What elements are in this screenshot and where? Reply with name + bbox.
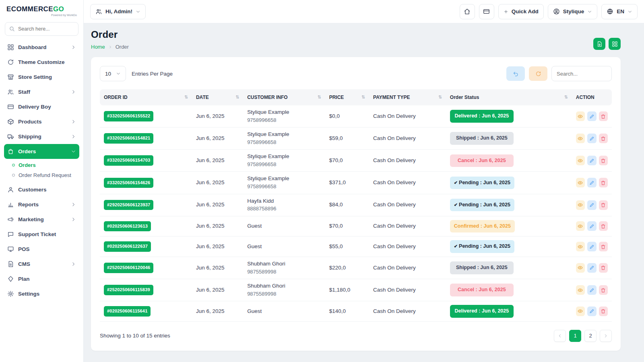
table-row: #2520250606120046Jun 6, 2025Shubham Ghor… xyxy=(100,257,612,279)
sidebar-item-pos[interactable]: POS xyxy=(4,242,79,257)
delete-button[interactable] xyxy=(599,221,608,231)
export-button[interactable] xyxy=(593,38,605,50)
sidebar-item-store-setting[interactable]: Store Setting xyxy=(4,70,79,84)
edit-button[interactable] xyxy=(587,221,596,231)
sidebar-subitem-orders[interactable]: Orders xyxy=(6,160,79,170)
delete-button[interactable] xyxy=(599,200,608,210)
column-header-action[interactable]: ACTION xyxy=(572,89,612,105)
view-button[interactable] xyxy=(576,263,585,273)
prev-page-button[interactable] xyxy=(554,330,566,342)
view-button[interactable] xyxy=(576,111,585,121)
search-input[interactable] xyxy=(5,22,78,36)
brand-logo[interactable]: ECOMMERCEGO Powered by WorkDo xyxy=(0,0,83,19)
pencil-icon xyxy=(589,202,594,208)
page-button-2[interactable]: 2 xyxy=(584,330,597,342)
quick-add-button[interactable]: Quick Add xyxy=(498,4,544,19)
refresh-button[interactable] xyxy=(529,66,547,81)
column-header-order-status[interactable]: Order Status⇅ xyxy=(446,89,572,105)
home-button[interactable] xyxy=(460,4,475,19)
payment-type: Cash On Delivery xyxy=(369,237,446,257)
order-id-badge[interactable]: #3320250606155522 xyxy=(104,111,153,121)
sidebar-item-theme-customize[interactable]: Theme Customize xyxy=(4,55,79,70)
view-button[interactable] xyxy=(576,285,585,295)
sidebar-item-cms[interactable]: CMS xyxy=(4,257,79,272)
edit-button[interactable] xyxy=(587,242,596,251)
reset-button[interactable] xyxy=(506,66,525,81)
sidebar-item-reports[interactable]: Reports xyxy=(4,197,79,212)
order-id-badge[interactable]: #3320250606154821 xyxy=(104,133,153,144)
edit-button[interactable] xyxy=(587,156,596,165)
sort-icon[interactable]: ⇅ xyxy=(235,95,239,100)
sort-icon[interactable]: ⇅ xyxy=(564,95,568,100)
view-button[interactable] xyxy=(576,156,585,165)
language-menu-button[interactable]: EN xyxy=(601,4,638,19)
sidebar-item-delivery-boy[interactable]: Delivery Boy xyxy=(4,99,79,114)
table-footer: Showing 1 to 10 of 15 entries 12 xyxy=(100,330,612,342)
edit-button[interactable] xyxy=(587,263,596,273)
delete-button[interactable] xyxy=(599,306,608,316)
view-button[interactable] xyxy=(576,200,585,210)
admin-menu-button[interactable]: Hi, Admin! xyxy=(90,4,146,19)
sidebar-item-shipping[interactable]: Shipping xyxy=(4,129,79,144)
next-page-button[interactable] xyxy=(600,330,612,342)
sort-icon[interactable]: ⇅ xyxy=(317,95,321,100)
breadcrumb-home-link[interactable]: Home xyxy=(91,44,105,50)
order-status-badge: ✔Pending : Jun 6, 2025 xyxy=(450,199,514,212)
delete-button[interactable] xyxy=(599,156,608,165)
sidebar-item-products[interactable]: Products xyxy=(4,114,79,129)
store-menu-button[interactable]: Stylique xyxy=(548,4,598,19)
order-id-badge[interactable]: #020250606115641 xyxy=(104,306,151,317)
check-icon: ✔ xyxy=(454,244,458,249)
edit-button[interactable] xyxy=(587,178,596,187)
delete-button[interactable] xyxy=(599,242,608,251)
column-header-order-id[interactable]: ORDER ID⇅ xyxy=(100,89,192,105)
view-button[interactable] xyxy=(576,221,585,231)
order-id-badge[interactable]: #020250606123613 xyxy=(104,221,151,232)
order-id-badge[interactable]: #2520250606120046 xyxy=(104,263,153,273)
sidebar-item-marketing[interactable]: Marketing xyxy=(4,212,79,227)
order-id-badge[interactable]: #020250606122637 xyxy=(104,241,151,252)
sort-icon[interactable]: ⇅ xyxy=(361,95,365,100)
column-header-customer-info[interactable]: CUSTOMER INFO⇅ xyxy=(243,89,325,105)
column-header-price[interactable]: PRICE⇅ xyxy=(325,89,369,105)
delete-button[interactable] xyxy=(599,134,608,143)
sidebar-subitem-order-refund-request[interactable]: Order Refund Request xyxy=(6,170,79,180)
edit-button[interactable] xyxy=(587,306,596,316)
sidebar-item-orders[interactable]: Orders xyxy=(4,144,79,159)
sidebar-item-settings[interactable]: Settings xyxy=(4,286,79,301)
delete-button[interactable] xyxy=(599,263,608,273)
view-button[interactable] xyxy=(576,306,585,316)
sidebar-item-customers[interactable]: Customers xyxy=(4,182,79,197)
edit-button[interactable] xyxy=(587,200,596,210)
column-header-date[interactable]: DATE⇅ xyxy=(192,89,243,105)
pos-button[interactable] xyxy=(479,4,494,19)
view-button[interactable] xyxy=(576,134,585,143)
sidebar-item-staff[interactable]: Staff xyxy=(4,84,79,99)
delete-button[interactable] xyxy=(599,111,608,121)
page-button-1[interactable]: 1 xyxy=(569,330,581,342)
edit-button[interactable] xyxy=(587,111,596,121)
order-id-badge[interactable]: #3320250606154626 xyxy=(104,178,153,188)
order-id-badge[interactable]: #2920250606123937 xyxy=(104,200,153,210)
sidebar-item-plan[interactable]: Plan xyxy=(4,272,79,286)
order-id-badge[interactable]: #2520250606115839 xyxy=(104,285,153,295)
table-row: #2520250606115839Jun 6, 2025Shubham Ghor… xyxy=(100,279,612,301)
delete-button[interactable] xyxy=(599,178,608,187)
sort-icon[interactable]: ⇅ xyxy=(438,95,442,100)
order-price: $140,0 xyxy=(325,301,369,322)
order-date: Jun 6, 2025 xyxy=(192,194,243,216)
sidebar-item-support-ticket[interactable]: Support Ticket xyxy=(4,227,79,242)
edit-button[interactable] xyxy=(587,285,596,295)
grid-view-button[interactable] xyxy=(609,38,621,50)
row-actions xyxy=(576,156,608,165)
view-button[interactable] xyxy=(576,178,585,187)
view-button[interactable] xyxy=(576,242,585,251)
table-search-input[interactable] xyxy=(551,66,612,81)
delete-button[interactable] xyxy=(599,285,608,295)
column-header-payment-type[interactable]: PAYMENT TYPE⇅ xyxy=(369,89,446,105)
sort-icon[interactable]: ⇅ xyxy=(184,95,188,100)
edit-button[interactable] xyxy=(587,134,596,143)
order-id-badge[interactable]: #3320250606154703 xyxy=(104,155,153,166)
sidebar-item-dashboard[interactable]: Dashboard xyxy=(4,40,79,55)
entries-per-page-select[interactable]: 10 xyxy=(100,66,126,81)
